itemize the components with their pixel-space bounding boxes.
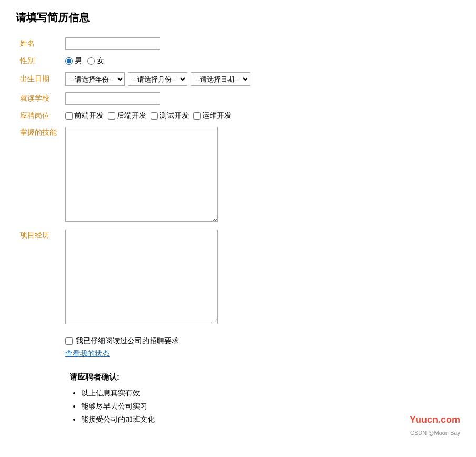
- gender-group: 男 女: [65, 56, 456, 66]
- skills-textarea[interactable]: [65, 127, 218, 222]
- school-cell: [61, 89, 460, 108]
- position-backend-checkbox[interactable]: [108, 112, 115, 120]
- position-backend-text: 后端开发: [117, 111, 146, 121]
- position-frontend-label[interactable]: 前端开发: [65, 111, 104, 121]
- position-devops-checkbox[interactable]: [193, 112, 201, 120]
- confirm-section: 请应聘者确认: 以上信息真实有效 能够尽早去公司实习 能接受公司的加班文化: [65, 372, 456, 426]
- position-frontend-checkbox[interactable]: [65, 112, 73, 120]
- gender-female-text: 女: [97, 56, 104, 66]
- name-cell: [61, 34, 460, 53]
- dob-month-select[interactable]: --请选择月份-- 1月2月3月4月5月6月7月8月9月10月11月12月: [128, 72, 187, 86]
- gender-male-radio[interactable]: [65, 57, 73, 65]
- position-test-checkbox[interactable]: [151, 112, 158, 120]
- gender-female-radio[interactable]: [87, 57, 95, 65]
- skills-cell: [61, 124, 460, 226]
- agree-cell: 我已仔细阅读过公司的招聘要求 查看我的状态: [61, 329, 460, 362]
- agree-group: 我已仔细阅读过公司的招聘要求: [65, 336, 456, 346]
- yuucn-watermark: Yuucn.com: [410, 414, 460, 425]
- confirm-list: 以上信息真实有效 能够尽早去公司实习 能接受公司的加班文化: [70, 386, 456, 426]
- position-label: 应聘岗位: [16, 108, 61, 124]
- confirm-item-1: 以上信息真实有效: [81, 386, 456, 400]
- gender-label: 性别: [16, 53, 61, 69]
- dob-group: --请选择年份-- 2010年2009年2008年2007年2006年2005年…: [65, 72, 456, 86]
- confirm-cell: 请应聘者确认: 以上信息真实有效 能够尽早去公司实习 能接受公司的加班文化: [61, 362, 460, 430]
- gender-male-label[interactable]: 男: [65, 56, 82, 66]
- position-row: 应聘岗位 前端开发 后端开发 测试开发: [16, 108, 460, 124]
- name-input[interactable]: [65, 37, 160, 50]
- gender-row: 性别 男 女: [16, 53, 460, 69]
- gender-cell: 男 女: [61, 53, 460, 69]
- name-label: 姓名: [16, 34, 61, 53]
- position-checkbox-group: 前端开发 后端开发 测试开发 运维开发: [65, 111, 456, 121]
- position-devops-label[interactable]: 运维开发: [193, 111, 232, 121]
- dob-cell: --请选择年份-- 2010年2009年2008年2007年2006年2005年…: [61, 69, 460, 89]
- dob-label: 出生日期: [16, 69, 61, 89]
- confirm-item-2: 能够尽早去公司实习: [81, 400, 456, 413]
- dob-row: 出生日期 --请选择年份-- 2010年2009年2008年2007年2006年…: [16, 69, 460, 89]
- position-devops-text: 运维开发: [202, 111, 232, 121]
- experience-label: 项目经历: [16, 226, 61, 329]
- gender-female-label[interactable]: 女: [87, 56, 104, 66]
- confirm-row: 请应聘者确认: 以上信息真实有效 能够尽早去公司实习 能接受公司的加班文化: [16, 362, 460, 430]
- resume-form: 姓名 性别 男 女: [16, 34, 460, 430]
- name-row: 姓名: [16, 34, 460, 53]
- skills-label: 掌握的技能: [16, 124, 61, 226]
- position-test-label[interactable]: 测试开发: [151, 111, 189, 121]
- school-input[interactable]: [65, 92, 160, 105]
- agree-text: 我已仔细阅读过公司的招聘要求: [76, 336, 179, 346]
- agree-row: 我已仔细阅读过公司的招聘要求 查看我的状态: [16, 329, 460, 362]
- view-status-link[interactable]: 查看我的状态: [65, 349, 110, 357]
- experience-cell: [61, 226, 460, 329]
- position-cell: 前端开发 后端开发 测试开发 运维开发: [61, 108, 460, 124]
- confirm-item-3: 能接受公司的加班文化: [81, 413, 456, 426]
- school-label: 就读学校: [16, 89, 61, 108]
- position-frontend-text: 前端开发: [74, 111, 104, 121]
- gender-male-text: 男: [75, 56, 82, 66]
- position-backend-label[interactable]: 后端开发: [108, 111, 146, 121]
- experience-row: 项目经历: [16, 226, 460, 329]
- confirm-title: 请应聘者确认:: [70, 372, 456, 382]
- page-title: 请填写简历信息: [16, 11, 460, 25]
- school-row: 就读学校: [16, 89, 460, 108]
- dob-day-select[interactable]: --请选择日期-- 1日2日3日4日5日6日7日8日9日10日11日12日13日…: [191, 72, 250, 86]
- dob-year-select[interactable]: --请选择年份-- 2010年2009年2008年2007年2006年2005年…: [65, 72, 125, 86]
- csdn-watermark: CSDN @Moon Bay: [410, 430, 460, 436]
- skills-row: 掌握的技能: [16, 124, 460, 226]
- position-test-text: 测试开发: [160, 111, 189, 121]
- agree-checkbox[interactable]: [65, 337, 73, 345]
- experience-textarea[interactable]: [65, 230, 218, 324]
